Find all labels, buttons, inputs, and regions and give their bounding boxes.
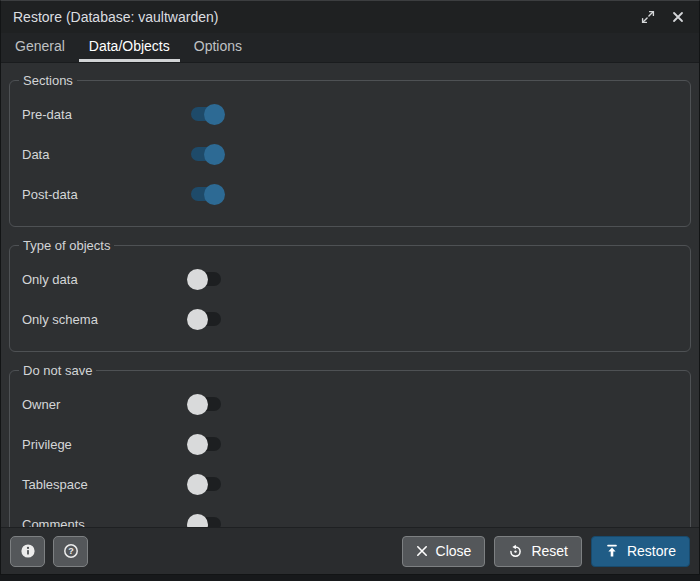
privilege-toggle[interactable] — [191, 437, 221, 451]
svg-text:?: ? — [68, 546, 74, 556]
toggle-knob — [187, 514, 208, 528]
tab-data-objects[interactable]: Data/Objects — [79, 33, 180, 62]
pre-data-label: Pre-data — [22, 107, 72, 122]
reset-button[interactable]: Reset — [494, 536, 582, 567]
reset-button-label: Reset — [531, 543, 568, 559]
dialog-content: Sections Pre-data Data Post-data Type of… — [1, 63, 699, 527]
tab-general-label: General — [15, 38, 65, 54]
group-type-of-objects: Type of objects Only data Only schema — [9, 238, 691, 352]
toggle-knob — [187, 434, 208, 455]
dialog-footer: ? Close — [1, 527, 699, 574]
row-comments: Comments — [18, 504, 678, 527]
upload-icon — [605, 544, 619, 558]
row-privilege: Privilege — [18, 424, 678, 464]
data-label: Data — [22, 147, 49, 162]
toggle-knob — [187, 394, 208, 415]
row-owner: Owner — [18, 384, 678, 424]
pre-data-toggle[interactable] — [191, 107, 221, 121]
owner-label: Owner — [22, 397, 60, 412]
row-post-data: Post-data — [18, 174, 678, 214]
tablespace-toggle[interactable] — [191, 477, 221, 491]
x-icon — [416, 545, 428, 557]
restore-dialog: Restore (Database: vaultwarden) General — [0, 0, 700, 575]
only-data-label: Only data — [22, 272, 78, 287]
data-toggle[interactable] — [191, 147, 221, 161]
restore-button-label: Restore — [627, 543, 676, 559]
toggle-knob — [187, 309, 208, 330]
only-schema-label: Only schema — [22, 312, 98, 327]
tab-data-objects-label: Data/Objects — [89, 38, 170, 54]
group-do-not-save-legend: Do not save — [19, 363, 96, 378]
close-icon[interactable] — [671, 10, 685, 24]
only-data-toggle[interactable] — [191, 272, 221, 286]
group-do-not-save: Do not save Owner Privilege Tablespace C… — [9, 363, 691, 527]
maximize-icon[interactable] — [641, 10, 655, 24]
toggle-knob — [204, 184, 225, 205]
only-schema-toggle[interactable] — [191, 312, 221, 326]
help-button[interactable]: ? — [53, 536, 88, 567]
tab-options-label: Options — [194, 38, 242, 54]
info-icon — [20, 543, 36, 559]
post-data-toggle[interactable] — [191, 187, 221, 201]
group-type-of-objects-legend: Type of objects — [19, 238, 114, 253]
tablespace-label: Tablespace — [22, 477, 88, 492]
owner-toggle[interactable] — [191, 397, 221, 411]
row-data: Data — [18, 134, 678, 174]
dialog-titlebar[interactable]: Restore (Database: vaultwarden) — [1, 1, 699, 33]
dialog-title: Restore (Database: vaultwarden) — [13, 9, 218, 25]
row-tablespace: Tablespace — [18, 464, 678, 504]
toggle-knob — [204, 144, 225, 165]
tab-general[interactable]: General — [5, 33, 75, 62]
close-button[interactable]: Close — [402, 536, 486, 567]
toggle-knob — [204, 104, 225, 125]
info-button[interactable] — [10, 536, 45, 567]
close-button-label: Close — [436, 543, 472, 559]
row-only-data: Only data — [18, 259, 678, 299]
group-sections-legend: Sections — [19, 73, 77, 88]
row-pre-data: Pre-data — [18, 94, 678, 134]
help-icon: ? — [63, 543, 79, 559]
row-only-schema: Only schema — [18, 299, 678, 339]
privilege-label: Privilege — [22, 437, 72, 452]
group-sections: Sections Pre-data Data Post-data — [9, 73, 691, 227]
rotate-left-icon — [508, 544, 523, 559]
comments-toggle[interactable] — [191, 517, 221, 527]
toggle-knob — [187, 269, 208, 290]
comments-label: Comments — [22, 517, 85, 528]
toggle-knob — [187, 474, 208, 495]
post-data-label: Post-data — [22, 187, 78, 202]
tab-options[interactable]: Options — [184, 33, 252, 62]
restore-button[interactable]: Restore — [591, 536, 690, 567]
dialog-tabbar: General Data/Objects Options — [1, 33, 699, 63]
